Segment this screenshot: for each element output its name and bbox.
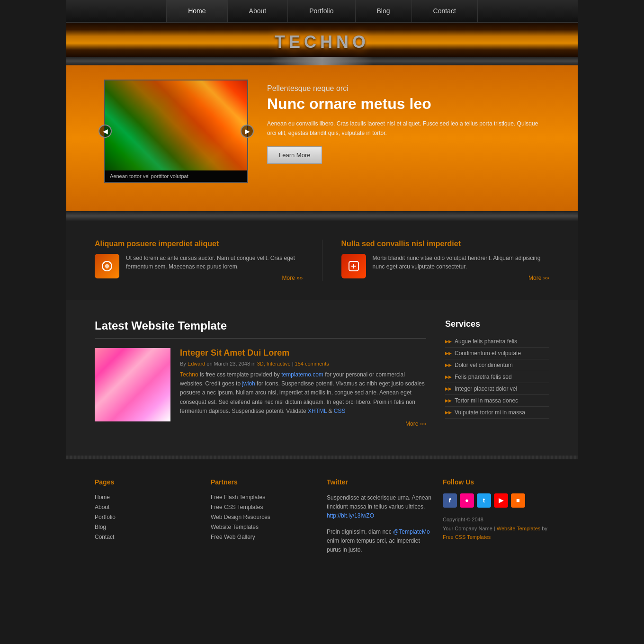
facebook-icon[interactable]: f	[443, 493, 457, 508]
post-techno-link[interactable]: Techno	[180, 371, 198, 378]
footer-page-item: Blog	[95, 523, 201, 530]
footer-partner-item: Web Design Resources	[211, 513, 317, 520]
social-icons: f ● t ▶ ■	[443, 493, 549, 508]
main-content: Latest Website Template Integer Sit Amet…	[66, 300, 578, 456]
website-templates-link[interactable]: Website Templates	[497, 526, 541, 531]
sidebar-title: Services	[445, 319, 549, 329]
nav-portfolio[interactable]: Portfolio	[288, 0, 355, 22]
footer-follow-title: Follow Us	[443, 478, 549, 486]
footer-page-item: Portfolio	[95, 513, 201, 520]
footer-partner-item: Website Templates	[211, 523, 317, 530]
feature-2: Nulla sed convallis nisl imperdiet Morbi…	[341, 240, 550, 281]
footer-page-item: Contact	[95, 533, 201, 540]
footer-page-item: Home	[95, 493, 201, 501]
feature-2-icon	[341, 254, 366, 278]
feature-2-title: Nulla sed convallis nisl imperdiet	[341, 240, 550, 248]
footer-pages: Pages Home About Portfolio Blog Contact	[95, 478, 201, 561]
brand-bar: TECHNO	[66, 23, 578, 57]
hero-text: Pellentesque neque orci Nunc ornare metu…	[267, 80, 540, 164]
list-item: Vulputate tortor mi in massa	[445, 407, 549, 419]
nav-home[interactable]: Home	[166, 0, 227, 22]
hero-subtitle: Pellentesque neque orci	[267, 84, 540, 93]
footer-partner-item: Free Flash Templates	[211, 493, 317, 501]
section-title: Latest Website Template	[95, 319, 426, 332]
content-divider	[95, 338, 426, 339]
twitter-icon[interactable]: t	[477, 493, 491, 508]
twitter-text-2: Proin dignissim, diam nec @TemplateMo en…	[327, 528, 433, 555]
free-css-link[interactable]: Free CSS Templates	[443, 534, 491, 540]
list-item: Dolor vel condimentum	[445, 359, 549, 371]
slider-image	[105, 80, 247, 170]
post-jwloh-link[interactable]: jwloh	[242, 380, 255, 387]
youtube-icon[interactable]: ▶	[494, 493, 508, 508]
list-item: Integer placerat dolor vel	[445, 383, 549, 395]
footer-partner-item: Free CSS Templates	[211, 503, 317, 510]
feature-1-more[interactable]: More »»	[126, 275, 303, 281]
nav-about[interactable]: About	[228, 0, 288, 22]
brand-title: TECHNO	[66, 32, 578, 52]
list-item: Felis pharetra felis sed	[445, 371, 549, 383]
post-text: Techno is free css template provided by …	[180, 370, 426, 416]
post-author[interactable]: Edward	[188, 361, 205, 367]
footer-twitter: Twitter Suspendisse at scelerisque urna.…	[327, 478, 433, 561]
post-templatemo-link[interactable]: templatemo.com	[281, 371, 323, 378]
brand-divider	[66, 57, 578, 65]
hero-section: Aenean tortor vel porttitor volutpat ◀ ▶…	[66, 65, 578, 211]
flickr-icon[interactable]: ●	[460, 493, 474, 508]
feature-1-title: Aliquam posuere imperdiet aliquet	[95, 240, 303, 248]
footer-partners: Partners Free Flash Templates Free CSS T…	[211, 478, 317, 561]
bottom-divider	[66, 211, 578, 221]
twitter-handle-link[interactable]: @TemplateMo	[393, 528, 430, 535]
list-item: Augue felis pharetra felis	[445, 336, 549, 348]
slider-next-button[interactable]: ▶	[241, 125, 254, 138]
sidebar-list: Augue felis pharetra felis Condimentum e…	[445, 336, 549, 419]
footer-twitter-title: Twitter	[327, 478, 433, 486]
feature-2-more[interactable]: More »»	[373, 275, 550, 281]
post-date: March 23, 2048	[214, 361, 250, 367]
list-item: Condimentum et vulputate	[445, 348, 549, 359]
post-comments[interactable]: 154 comments	[295, 361, 329, 367]
sidebar: Services Augue felis pharetra felis Cond…	[445, 319, 549, 437]
nav-blog[interactable]: Blog	[356, 0, 412, 22]
post-meta: By Edward on March 23, 2048 in 3D, Inter…	[180, 361, 426, 367]
post-css-link[interactable]: CSS	[334, 408, 346, 414]
footer-partner-item: Free Web Gallery	[211, 533, 317, 540]
footer-page-item: About	[95, 503, 201, 510]
post-title: Integer Sit Amet Dui Lorem	[180, 348, 426, 358]
feature-1-icon	[95, 254, 119, 278]
post-body: Integer Sit Amet Dui Lorem By Edward on …	[180, 348, 426, 427]
footer-pages-title: Pages	[95, 478, 201, 486]
feature-2-text: Morbi blandit nunc vitae odio volutpat h…	[373, 254, 550, 271]
nav-contact[interactable]: Contact	[412, 0, 478, 22]
twitter-text-1: Suspendisse at scelerisque urna. Aenean …	[327, 493, 433, 521]
post-image	[95, 348, 170, 421]
hero-description: Aenean eu convallis libero. Cras iaculis…	[267, 119, 540, 137]
footer-partners-title: Partners	[211, 478, 317, 486]
slider: Aenean tortor vel porttitor volutpat ◀ ▶	[104, 80, 248, 183]
list-item: Tortor mi in massa donec	[445, 395, 549, 407]
main-nav: Home About Portfolio Blog Contact	[66, 0, 578, 23]
post-xhtml-link[interactable]: XHTML	[308, 408, 327, 414]
post-categories[interactable]: 3D, Interactive	[257, 361, 291, 367]
copyright: Copyright © 2048 Your Company Name | Web…	[443, 515, 549, 542]
post: Integer Sit Amet Dui Lorem By Edward on …	[95, 348, 426, 427]
content-left: Latest Website Template Integer Sit Amet…	[95, 319, 426, 437]
rss-icon[interactable]: ■	[511, 493, 525, 508]
footer: Pages Home About Portfolio Blog Contact …	[66, 459, 578, 580]
twitter-link-1[interactable]: http://bit.ly/13IwZO	[327, 512, 374, 519]
feature-1: Aliquam posuere imperdiet aliquet Ut sed…	[95, 240, 303, 281]
footer-follow: Follow Us f ● t ▶ ■ Copyright © 2048 You…	[443, 478, 549, 561]
footer-divider	[66, 456, 578, 459]
learn-more-button[interactable]: Learn More	[267, 146, 322, 164]
hero-title: Nunc ornare metus leo	[267, 95, 540, 113]
features-section: Aliquam posuere imperdiet aliquet Ut sed…	[66, 221, 578, 300]
feature-1-text: Ut sed lorem ac ante cursus auctor. Nam …	[126, 254, 303, 271]
post-more-link[interactable]: More »»	[180, 420, 426, 427]
slider-caption: Aenean tortor vel porttitor volutpat	[105, 170, 247, 182]
feature-divider	[322, 240, 322, 281]
slider-prev-button[interactable]: ◀	[98, 125, 112, 138]
